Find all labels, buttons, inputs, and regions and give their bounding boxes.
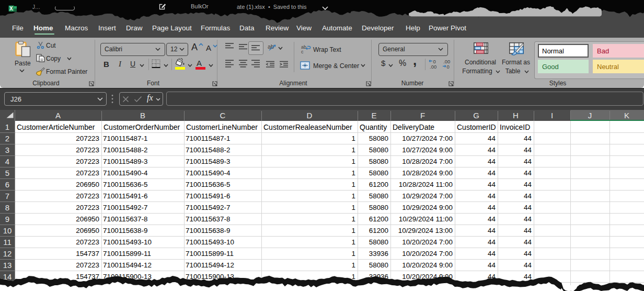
svg-text:c: c — [301, 49, 304, 54]
svg-text:.00: .00 — [430, 64, 436, 70]
svg-text:0: 0 — [447, 64, 450, 70]
